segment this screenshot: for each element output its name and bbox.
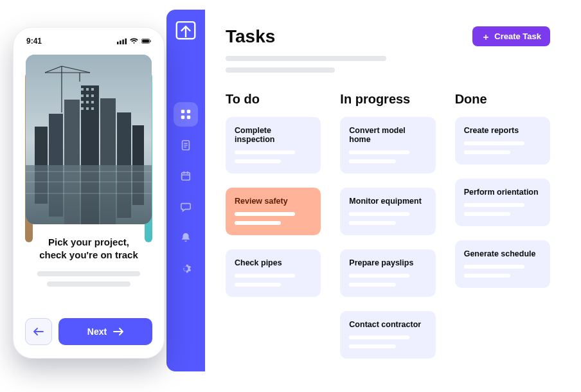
task-card-title: Perform orientation <box>464 188 541 197</box>
svg-rect-44 <box>100 165 116 224</box>
task-card-title: Convert model home <box>349 126 426 144</box>
task-card-title: Check pipes <box>235 258 312 267</box>
svg-rect-7 <box>117 42 119 44</box>
column-title: Done <box>455 92 550 107</box>
back-button[interactable] <box>25 318 52 345</box>
task-card-placeholder <box>235 150 312 163</box>
next-button[interactable]: Next <box>58 318 152 345</box>
task-card[interactable]: Contact contractor <box>340 311 435 359</box>
create-task-button[interactable]: ＋ Create Task <box>472 26 550 46</box>
status-time: 9:41 <box>26 37 42 46</box>
side-rail <box>166 10 205 371</box>
task-card[interactable]: Create reports <box>455 117 550 165</box>
create-task-label: Create Task <box>494 31 541 41</box>
svg-rect-43 <box>81 165 99 224</box>
task-card-placeholder <box>349 212 426 225</box>
nav-settings-icon[interactable] <box>180 263 192 274</box>
nav-dashboard-icon[interactable] <box>180 109 192 120</box>
task-card-placeholder <box>235 274 312 287</box>
svg-rect-40 <box>35 165 48 204</box>
onboarding-photo[interactable] <box>26 55 152 224</box>
svg-rect-24 <box>81 85 99 165</box>
svg-rect-21 <box>35 127 48 165</box>
nav-calendar-icon[interactable] <box>180 170 192 182</box>
column-title: To do <box>226 92 321 107</box>
task-card[interactable]: Generate schedule <box>455 240 550 288</box>
plus-icon: ＋ <box>481 32 490 41</box>
svg-rect-2 <box>187 110 190 113</box>
task-card-placeholder <box>349 335 426 348</box>
kanban-board: To doComplete inspectionReview safetyChe… <box>226 92 550 373</box>
svg-rect-41 <box>49 165 63 217</box>
nav-bell-icon[interactable] <box>180 232 192 244</box>
svg-rect-28 <box>81 88 84 91</box>
task-card-placeholder <box>464 141 541 154</box>
kanban-column: DoneCreate reportsPerform orientationGen… <box>455 92 550 373</box>
svg-rect-33 <box>91 94 94 97</box>
svg-rect-13 <box>150 40 150 42</box>
task-card-placeholder <box>349 274 426 287</box>
svg-rect-46 <box>132 165 144 205</box>
nav-docs-icon[interactable] <box>180 139 192 151</box>
kanban-column: In progressConvert model homeMonitor equ… <box>340 92 435 373</box>
svg-rect-38 <box>86 107 89 110</box>
status-bar: 9:41 <box>13 28 164 51</box>
arrow-right-icon <box>113 328 123 335</box>
task-dashboard: Tasks ＋ Create Task To doComplete inspec… <box>166 10 568 371</box>
svg-rect-3 <box>181 116 184 119</box>
svg-rect-9 <box>122 40 124 45</box>
battery-icon <box>141 38 151 44</box>
onboarding-buttons: Next <box>25 318 152 345</box>
task-card[interactable]: Convert model home <box>340 117 435 174</box>
task-card[interactable]: Review safety <box>226 188 321 235</box>
svg-rect-12 <box>142 40 149 43</box>
task-card-placeholder <box>464 203 541 216</box>
svg-rect-29 <box>86 88 89 91</box>
svg-rect-31 <box>81 94 84 97</box>
task-card-title: Create reports <box>464 126 541 135</box>
svg-rect-8 <box>120 40 121 44</box>
column-title: In progress <box>340 92 435 107</box>
svg-rect-30 <box>91 88 94 91</box>
onboarding-title-l2: check you're on track <box>39 249 138 260</box>
task-card-title: Contact contractor <box>349 320 426 329</box>
page-subtitle-placeholder <box>226 56 386 73</box>
task-card-title: Review safety <box>235 197 312 206</box>
kanban-column: To doComplete inspectionReview safetyChe… <box>226 92 321 373</box>
svg-rect-32 <box>86 94 89 97</box>
svg-rect-4 <box>187 116 190 119</box>
onboarding-title: Pick your project, check you're on track <box>31 236 146 262</box>
dashboard-main: Tasks ＋ Create Task To doComplete inspec… <box>205 10 568 371</box>
task-card-title: Generate schedule <box>464 249 541 258</box>
svg-rect-36 <box>91 101 94 103</box>
task-card[interactable]: Perform orientation <box>455 179 550 226</box>
app-logo-icon <box>174 17 198 42</box>
svg-rect-35 <box>86 101 89 103</box>
svg-rect-39 <box>91 107 94 110</box>
task-card[interactable]: Monitor equipment <box>340 188 435 235</box>
task-card[interactable]: Check pipes <box>226 249 321 297</box>
task-card-placeholder <box>464 265 541 278</box>
svg-rect-6 <box>182 173 190 181</box>
task-card-placeholder <box>349 150 426 163</box>
svg-rect-1 <box>181 110 184 113</box>
onboarding-text: Pick your project, check you're on track <box>13 236 164 287</box>
svg-rect-25 <box>100 98 116 165</box>
phone-mockup: 9:41 <box>13 27 165 359</box>
task-card-placeholder <box>235 212 312 225</box>
nav-chat-icon[interactable] <box>180 201 192 213</box>
wifi-icon <box>129 38 139 44</box>
signal-icon <box>117 38 127 44</box>
svg-rect-42 <box>64 165 80 224</box>
svg-rect-34 <box>81 101 84 103</box>
onboarding-subtitle-placeholder <box>31 271 146 287</box>
task-card[interactable]: Complete inspection <box>226 117 321 174</box>
next-label: Next <box>87 326 107 337</box>
task-card-title: Prepare payslips <box>349 258 426 267</box>
svg-rect-45 <box>117 165 131 218</box>
dashboard-header: Tasks ＋ Create Task <box>226 26 550 73</box>
task-card-title: Complete inspection <box>235 126 312 144</box>
svg-rect-23 <box>64 100 80 165</box>
onboarding-title-l1: Pick your project, <box>48 236 129 247</box>
task-card[interactable]: Prepare payslips <box>340 249 435 297</box>
